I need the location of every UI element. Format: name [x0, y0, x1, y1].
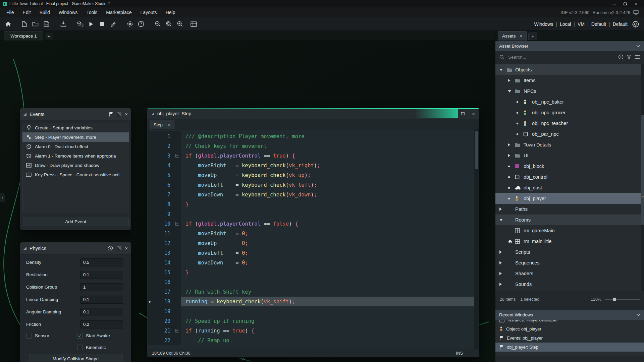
- asset-paths[interactable]: Paths: [495, 204, 641, 215]
- tab-workspace-1[interactable]: Workspace 1: [4, 31, 43, 41]
- fold-toggle-icon[interactable]: [174, 326, 181, 336]
- expand-arrow-icon[interactable]: [499, 272, 506, 275]
- breakpoint-margin[interactable]: [148, 170, 153, 180]
- code-line-15[interactable]: 15}: [148, 267, 474, 277]
- current-line-arrow[interactable]: ▶: [148, 297, 153, 306]
- breakpoint-margin[interactable]: [148, 336, 153, 345]
- add-event-button[interactable]: Add Event: [23, 217, 128, 226]
- code-line-19[interactable]: 19: [148, 306, 474, 316]
- minimize-button[interactable]: [609, 0, 620, 7]
- fold-toggle-icon[interactable]: [174, 219, 181, 229]
- maximize-window-button[interactable]: [461, 112, 465, 115]
- code-line-9[interactable]: 9: [148, 209, 474, 219]
- code-line-5[interactable]: 5 moveUp = keyboard_check(vk_up);: [148, 170, 474, 180]
- fold-collapse-box[interactable]: [175, 329, 179, 333]
- close-button[interactable]: ×: [631, 0, 641, 7]
- physics-input-angular-damping[interactable]: [80, 308, 123, 316]
- target-option-3-default[interactable]: Default: [591, 21, 606, 27]
- asset-town-details[interactable]: Town Details: [495, 139, 641, 150]
- breakpoint-margin[interactable]: [148, 287, 153, 297]
- code-line-18[interactable]: ▶18running = keyboard_check(vk_shift);: [148, 297, 474, 306]
- physics-input-density[interactable]: [80, 258, 123, 266]
- code-line-21[interactable]: 21if (running == true) {: [148, 326, 474, 336]
- expand-arrow-icon[interactable]: [499, 207, 506, 211]
- new-project-button[interactable]: [19, 19, 30, 29]
- panel-collapse-icon[interactable]: [23, 247, 26, 250]
- menu-tools[interactable]: Tools: [82, 7, 102, 17]
- menu-windows[interactable]: Windows: [54, 7, 82, 17]
- physics-input-collision-group[interactable]: [80, 283, 123, 291]
- scrollbar-thumb[interactable]: [641, 115, 644, 225]
- panel-collapse-icon[interactable]: [151, 112, 154, 115]
- modify-collision-shape-button[interactable]: Modify Collision Shape: [29, 354, 122, 362]
- menu-edit[interactable]: Edit: [18, 7, 35, 17]
- physics-input-restitution[interactable]: [80, 271, 123, 279]
- code-line-4[interactable]: 4 moveRight = keyboard_check(vk_right);: [148, 161, 474, 170]
- save-project-button[interactable]: [41, 19, 52, 29]
- breakpoint-margin[interactable]: [148, 229, 153, 238]
- tab-assets[interactable]: Assets ×: [498, 31, 527, 41]
- workspace[interactable]: ‹ Events × Create - Setup and variablesS…: [0, 41, 495, 362]
- restore-button[interactable]: [620, 0, 631, 7]
- layout-grid-button[interactable]: [188, 19, 199, 29]
- asset-obj-npc-teacher[interactable]: obj_npc_teacher: [495, 118, 641, 129]
- recent-object-obj-player[interactable]: Object: obj_player: [495, 324, 644, 334]
- help-button[interactable]: ?: [136, 19, 147, 29]
- asset-npcs[interactable]: NPCs: [495, 86, 641, 97]
- zoom-slider[interactable]: [605, 299, 640, 300]
- code-line-22[interactable]: 22 // Ramp up: [148, 336, 474, 345]
- code-line-13[interactable]: 13 moveLeft = 0;: [148, 248, 474, 258]
- checkbox-start-awake[interactable]: ✓Start Awake: [77, 333, 110, 339]
- asset-items[interactable]: Items: [495, 75, 641, 86]
- asset-obj-npc-grocer[interactable]: obj_npc_grocer: [495, 107, 641, 118]
- collapse-arrow-icon[interactable]: [508, 90, 515, 93]
- breakpoint-margin[interactable]: [148, 209, 153, 219]
- code-line-1[interactable]: 1/// @description Player movement, more: [148, 131, 474, 141]
- menu-file[interactable]: File: [2, 7, 18, 17]
- code-vertical-scrollbar[interactable]: [474, 129, 479, 349]
- menu-help[interactable]: Help: [161, 7, 180, 17]
- tree-scrollbar[interactable]: [641, 64, 644, 291]
- collapse-arrow-icon[interactable]: [499, 69, 506, 71]
- code-line-10[interactable]: 10if (global.playerControl == false) {: [148, 219, 474, 229]
- event-item-alarm-1-remove-items-when-appr[interactable]: Alarm 1 - Remove items when appropria: [22, 151, 129, 161]
- scroll-left-handle[interactable]: ‹: [0, 193, 5, 202]
- asset-rm-gamemain[interactable]: rm_gameMain: [495, 225, 641, 236]
- tab-step[interactable]: Step ×: [150, 120, 174, 129]
- breakpoint-margin[interactable]: [148, 267, 153, 277]
- code-line-12[interactable]: 12 moveUp = 0;: [148, 238, 474, 248]
- expand-arrow-icon[interactable]: [499, 283, 506, 286]
- target-option-1-local[interactable]: Local: [560, 21, 571, 27]
- checkbox-sensor[interactable]: Sensor: [26, 333, 49, 339]
- menu-build[interactable]: Build: [35, 7, 54, 17]
- code-line-16[interactable]: 16: [148, 277, 474, 287]
- breakpoint-margin[interactable]: [148, 199, 153, 209]
- tab-close-icon[interactable]: ×: [520, 34, 523, 39]
- asset-obj-npc-baker[interactable]: obj_npc_baker: [495, 97, 641, 107]
- add-asset-icon[interactable]: [618, 54, 624, 60]
- code-line-8[interactable]: 8}: [148, 199, 474, 209]
- breakpoint-margin[interactable]: [148, 161, 153, 170]
- target-option-0-windows[interactable]: Windows: [534, 21, 553, 27]
- expand-arrow-icon[interactable]: [508, 154, 515, 157]
- breakpoint-margin[interactable]: [148, 306, 153, 316]
- breakpoint-margin[interactable]: [148, 180, 153, 190]
- checkbox-box[interactable]: [77, 345, 83, 350]
- fold-collapse-box[interactable]: [175, 222, 179, 226]
- search-input[interactable]: [507, 54, 615, 60]
- event-item-alarm-0-dust-cloud-effect[interactable]: Alarm 0 - Dust cloud effect: [22, 142, 129, 151]
- panel-collapse-icon[interactable]: [23, 113, 26, 116]
- menu-marketplace[interactable]: Marketplace: [102, 7, 136, 17]
- target-config-button[interactable]: [74, 19, 86, 29]
- fold-collapse-box[interactable]: [175, 154, 179, 158]
- code-close-button[interactable]: ×: [472, 111, 475, 117]
- breakpoint-margin[interactable]: [148, 258, 153, 267]
- asset-ui[interactable]: UI: [495, 150, 641, 161]
- asset-obj-dust[interactable]: obj_dust: [495, 182, 641, 193]
- asset-browser-dropdown[interactable]: Asset Browser: [495, 41, 644, 51]
- breakpoint-margin[interactable]: [148, 151, 153, 161]
- events-close-button[interactable]: ×: [125, 111, 128, 117]
- checkbox-box[interactable]: [26, 333, 32, 339]
- target-manager-icon[interactable]: [632, 20, 639, 28]
- menu-layouts[interactable]: Layouts: [136, 7, 161, 17]
